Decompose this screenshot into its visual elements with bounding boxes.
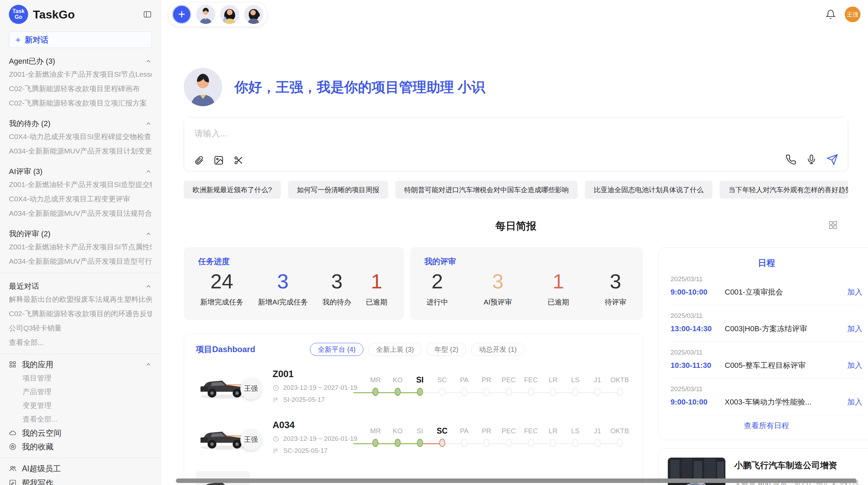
suggestion-chip[interactable]: 欧洲新规最近颁布了什么?: [184, 181, 281, 199]
milestone-dot: [417, 388, 423, 396]
join-link[interactable]: 加入: [847, 287, 863, 297]
schedule-title: 日程: [671, 257, 863, 269]
suggestion-chip[interactable]: 特朗普可能对进口汽车增税会对中国车企造成哪些影响: [395, 181, 578, 199]
sidebar-item-cloud-space[interactable]: 我的云空间: [9, 426, 152, 440]
conversation-item[interactable]: Z001-全新燃油轻卡产品开发项目SI节点属性5D文件评审: [9, 240, 152, 254]
chat-input[interactable]: [184, 117, 848, 149]
new-chat-button[interactable]: + 新对话: [9, 32, 152, 48]
sidebar-item-help-me-write[interactable]: 帮我写作: [9, 476, 152, 485]
section-my-todo[interactable]: 我的待办 (2): [9, 118, 152, 129]
section-my-review[interactable]: 我的评审 (2): [9, 228, 152, 240]
section-ai-review[interactable]: AI评审 (3): [9, 166, 152, 177]
suggestion-chip[interactable]: 如何写一份清晰的项目周报: [288, 181, 388, 199]
assistant-avatar[interactable]: [196, 5, 215, 24]
suggestion-chip[interactable]: 当下年轻人对汽车外观有怎样的喜好趋势: [720, 181, 848, 199]
milestone-label: FEC: [520, 426, 542, 436]
stats: 24 新增完成任务 3 新增AI完成任务 3 我的待办 1: [198, 270, 389, 307]
stat-value: 3: [605, 270, 626, 293]
conversation-item[interactable]: A034-全新新能源MUV产品开发项目法规符合性评审: [9, 206, 152, 221]
join-link[interactable]: 加入: [847, 360, 863, 371]
star-icon: [9, 443, 16, 450]
milestone-label: LS: [564, 426, 587, 436]
clock-icon: [273, 436, 279, 442]
filter-chip[interactable]: 年型 (2): [426, 343, 466, 356]
assistant-avatar[interactable]: [220, 5, 239, 24]
filter-chip[interactable]: 全新上装 (3): [368, 343, 422, 356]
phone-icon[interactable]: [785, 154, 796, 165]
conversation-item[interactable]: C02-飞腾新能源轻客改款项目里程碑画布: [9, 82, 152, 96]
user-avatar[interactable]: 王强: [845, 7, 860, 22]
milestone-label: SC: [431, 375, 453, 385]
milestone-label: PR: [475, 426, 498, 436]
plus-icon: +: [15, 35, 21, 45]
composer-actions: [785, 154, 838, 165]
notification-bell-icon[interactable]: [825, 9, 836, 20]
my-review-card: 我的评审 2 进行中 3 AI预评审 1 已逾期: [410, 247, 643, 320]
conversation-item[interactable]: 解释最新出台的欧盟报废车法规再生塑料比例被调至15%...: [9, 292, 152, 307]
suggestion-chips: 欧洲新规最近颁布了什么? 如何写一份清晰的项目周报 特朗普可能对进口汽车增税会对…: [184, 181, 848, 199]
join-link[interactable]: 加入: [847, 397, 863, 407]
conversation-item[interactable]: Z001-全新燃油皮卡产品开发项目SI节点Lesson Learn报告: [9, 67, 152, 82]
horizontal-scrollbar[interactable]: [176, 478, 857, 483]
card-title: 我的评审: [424, 256, 628, 267]
sidebar-collapse-icon[interactable]: [143, 10, 152, 19]
chevron-up-icon: [145, 361, 152, 368]
stat-value: 1: [366, 270, 387, 293]
milestone-label: SI: [409, 426, 431, 436]
send-icon[interactable]: [827, 154, 838, 165]
stat-ai-prereview: 3 AI预评审: [484, 270, 512, 307]
conversation-item[interactable]: A034-全新新能源MUV产品开发项目计划变更表编写: [9, 144, 152, 158]
sidebar-item-label: 我的收藏: [22, 442, 53, 452]
conversation-item[interactable]: 公司Q3轻卡销量: [9, 321, 152, 335]
milestone-dot: [572, 388, 578, 396]
suggestion-chip[interactable]: 比亚迪全固态电池计划具体说了什么: [585, 181, 712, 199]
sidebar-item-ai-super-staff[interactable]: AI超级员工: [9, 461, 152, 476]
microphone-icon[interactable]: [806, 154, 817, 165]
schedule-date: 2025/03/11: [671, 312, 863, 320]
project-row[interactable]: 王强 A034 2023-12-19 ~ 2026-01-19 SC-2025-…: [196, 420, 631, 455]
milestone-label: J1: [587, 375, 609, 385]
sidebar-item-project-mgmt[interactable]: 项目管理: [9, 371, 152, 385]
sidebar-item-favorites[interactable]: 我的收藏: [9, 440, 152, 453]
scissors-icon[interactable]: [233, 155, 244, 165]
milestone-label: OKTB: [608, 426, 631, 436]
conversation-item[interactable]: A034-全新新能源MUV产品开发项目造型可行性评审: [9, 254, 152, 269]
stat-label: 待评审: [605, 297, 626, 307]
app-logo: Task Go: [9, 5, 28, 24]
image-icon[interactable]: [214, 155, 224, 165]
join-link[interactable]: 加入: [847, 324, 863, 334]
sidebar-item-product-mgmt[interactable]: 产品管理: [9, 385, 152, 399]
conversation-item[interactable]: C02-飞腾新能源轻客改款项目的闭环通告反馈情况: [9, 307, 152, 321]
assistant-avatar[interactable]: [244, 5, 263, 24]
attachment-icon[interactable]: [194, 155, 204, 165]
milestone-label: LR: [542, 375, 564, 385]
card-title: 任务进度: [198, 256, 389, 267]
dashboard-filters: 全新平台 (4) 全新上装 (3) 年型 (2) 动总开发 (1): [310, 343, 576, 356]
stat-label: 已逾期: [366, 297, 387, 307]
milestone-dot: [550, 388, 556, 396]
view-all-link[interactable]: 查看全部...: [9, 412, 152, 426]
conversation-item[interactable]: C02-飞腾新能源轻客改款项目立项汇报方案: [9, 96, 152, 110]
view-all-link[interactable]: 查看全部...: [9, 335, 152, 350]
project-info: Z001 2023-12-19 ~ 2027-01-19 SI-2025-05-…: [273, 369, 358, 403]
stat-in-progress: 2 进行中: [426, 270, 448, 307]
add-assistant-button[interactable]: +: [172, 5, 191, 24]
conversation-item[interactable]: Z001-全新燃油轻卡产品开发项目SI造型提交物评审: [9, 177, 152, 192]
sidebar-item-my-apps[interactable]: 我的应用: [9, 358, 152, 371]
milestone-dot: [572, 439, 578, 447]
conversation-item[interactable]: C0X4-动力总成开发项目SI里程碑提交物检查: [9, 129, 152, 144]
filter-chip[interactable]: 全新平台 (4): [310, 343, 363, 356]
view-all-schedule-link[interactable]: 查看所有日程: [671, 415, 863, 433]
section-agent-done[interactable]: Agent已办 (3): [9, 55, 152, 67]
conversation-item[interactable]: C0X4-动力总成开发项目工程变更评审: [9, 192, 152, 206]
news-title: 小鹏飞行汽车制造公司增资: [734, 460, 865, 471]
schedule-item: 2025/03/11 9:00-10:00 C001-立项审批会 加入: [671, 269, 863, 305]
milestone-label: MR: [364, 375, 387, 385]
section-recent-chats[interactable]: 最近对话: [9, 281, 152, 292]
schedule-time: 9:00-10:00: [671, 398, 725, 407]
sidebar-item-change-mgmt[interactable]: 变更管理: [9, 399, 152, 412]
composer-tools: [194, 155, 244, 165]
filter-chip[interactable]: 动总开发 (1): [471, 343, 525, 356]
layout-grid-icon[interactable]: [828, 220, 838, 231]
project-row[interactable]: 王强 Z001 2023-12-19 ~ 2027-01-19 SI-2025-…: [196, 369, 631, 403]
